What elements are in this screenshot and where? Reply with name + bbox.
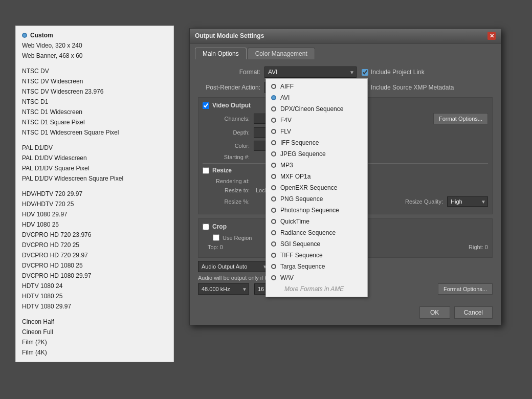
resize-checkbox[interactable]	[203, 167, 209, 174]
left-panel-item[interactable]: NTSC D1 Widescreen Square Pixel	[16, 127, 173, 138]
starting-label: Starting #:	[203, 154, 254, 160]
sample-rate-select[interactable]: 48.000 kHz	[198, 283, 249, 295]
left-panel-item[interactable]: NTSC D1 Widescreen	[16, 107, 173, 117]
left-panel-item[interactable]: HDTV 1080 24	[16, 281, 173, 291]
resize-to-label: Resize to:	[203, 187, 254, 193]
left-panel-item[interactable]: PAL D1/DV Widescreen	[16, 153, 173, 163]
top-value: Top: 0	[208, 244, 223, 250]
dropdown-item-label: TIFF Sequence	[280, 252, 323, 259]
format-select-display[interactable]: AVI	[264, 66, 357, 78]
dialog-footer: OK Cancel	[190, 302, 501, 325]
left-panel-item[interactable]: Film (2K)	[16, 337, 173, 347]
left-panel-item[interactable]: NTSC DV Widescreen	[16, 76, 173, 86]
ok-button[interactable]: OK	[419, 306, 450, 319]
dropdown-item-label: DPX/Cineon Sequence	[280, 105, 343, 113]
left-panel-item[interactable]: Web Video, 320 x 240	[16, 40, 173, 51]
left-panel-item[interactable]: PAL D1/DV	[16, 143, 173, 153]
left-panel-item[interactable]: HDTV 1080 29.97	[16, 301, 173, 312]
left-panel-item[interactable]: NTSC D1	[16, 97, 173, 107]
dropdown-radio-indicator	[271, 253, 276, 258]
crop-checkbox[interactable]	[203, 224, 209, 230]
dialog-titlebar: Output Module Settings ✕	[190, 29, 501, 43]
left-panel-item[interactable]: NTSC DV Widescreen 23.976	[16, 86, 173, 97]
audio-format-options-button[interactable]: Format Options...	[438, 283, 493, 295]
dropdown-item[interactable]: TIFF Sequence	[266, 250, 367, 261]
format-dropdown: AIFFAVIDPX/Cineon SequenceF4VFLVIFF Sequ…	[265, 78, 368, 297]
dropdown-item[interactable]: FLV	[266, 126, 367, 137]
post-render-label: Post-Render Action:	[198, 84, 264, 91]
dropdown-item[interactable]: JPEG Sequence	[266, 148, 367, 160]
close-button[interactable]: ✕	[487, 32, 496, 40]
dropdown-item-label: MP3	[280, 162, 293, 169]
format-label: Format:	[198, 69, 264, 76]
dropdown-item[interactable]: WAV	[266, 272, 367, 283]
dropdown-item[interactable]: QuickTime	[266, 216, 367, 227]
format-options-button[interactable]: Format Options...	[433, 113, 488, 124]
use-region-checkbox[interactable]	[213, 234, 219, 241]
dropdown-item[interactable]: AIFF	[266, 81, 367, 92]
left-panel-item[interactable]: HDV/HDTV 720 25	[16, 199, 173, 209]
left-panel-item[interactable]: Web Banner, 468 x 60	[16, 51, 173, 61]
audio-output-select[interactable]: Audio Output Auto	[198, 261, 270, 272]
left-panel-item[interactable]: Cineon Full	[16, 327, 173, 337]
resize-quality-select[interactable]: High	[447, 196, 488, 207]
left-panel-item[interactable]: NTSC DV	[16, 66, 173, 76]
left-panel-item[interactable]: PAL D1/DV Square Pixel	[16, 163, 173, 173]
tab-main-options[interactable]: Main Options	[195, 48, 247, 59]
dropdown-item[interactable]: Photoshop Sequence	[266, 205, 367, 216]
tab-bar: Main Options Color Management	[190, 43, 501, 59]
left-panel-item[interactable]: DVCPRO HD 720 25	[16, 240, 173, 250]
resize-quality-group: Resize Quality: High ▼	[405, 196, 488, 207]
left-panel-item[interactable]: DVCPRO HD 720 29.97	[16, 250, 173, 260]
dropdown-radio-indicator	[271, 174, 276, 179]
dropdown-item[interactable]: Radiance Sequence	[266, 227, 367, 238]
dropdown-item[interactable]: SGI Sequence	[266, 238, 367, 250]
custom-bullet	[22, 33, 27, 38]
left-panel-item[interactable]: DVCPRO HD 1080 25	[16, 260, 173, 271]
left-panel-item[interactable]: Cineon Half	[16, 317, 173, 327]
left-panel-item[interactable]: PAL D1/DV Widescreen Square Pixel	[16, 173, 173, 184]
dropdown-item-label: IFF Sequence	[280, 139, 319, 146]
dropdown-radio-indicator	[271, 95, 276, 100]
dropdown-item[interactable]: MP3	[266, 160, 367, 171]
dropdown-item[interactable]: Targa Sequence	[266, 261, 367, 272]
crop-title: Crop	[212, 223, 227, 230]
panel-separator	[16, 61, 173, 66]
dropdown-item-label: FLV	[280, 128, 291, 135]
left-panel-item[interactable]: DVCPRO HD 1080 29.97	[16, 271, 173, 281]
format-select-wrapper[interactable]: AVI ▼	[264, 66, 357, 78]
video-output-checkbox[interactable]	[203, 102, 209, 109]
dropdown-item[interactable]: MXF OP1a	[266, 171, 367, 182]
left-panel-item[interactable]: Custom	[16, 30, 173, 40]
dropdown-item[interactable]: IFF Sequence	[266, 137, 367, 148]
dropdown-item-label: Radiance Sequence	[280, 229, 336, 236]
include-project-link-checkbox[interactable]	[362, 69, 368, 76]
left-panel-item[interactable]: Film (4K)	[16, 347, 173, 358]
dropdown-item[interactable]: F4V	[266, 115, 367, 126]
left-panel-item[interactable]: HDV/HDTV 720 29.97	[16, 189, 173, 199]
left-panel-item[interactable]: NTSC D1 Square Pixel	[16, 117, 173, 127]
cancel-button[interactable]: Cancel	[454, 306, 493, 319]
dropdown-item-label: Photoshop Sequence	[280, 207, 339, 214]
left-panel-item[interactable]: HDV 1080 25	[16, 219, 173, 230]
dropdown-item[interactable]: DPX/Cineon Sequence	[266, 103, 367, 115]
tab-color-management[interactable]: Color Management	[248, 48, 315, 59]
custom-label: Custom	[30, 32, 53, 39]
dropdown-item-label: OpenEXR Sequence	[280, 184, 337, 191]
left-panel-item[interactable]: HDV 1080 29.97	[16, 209, 173, 219]
left-panel: CustomWeb Video, 320 x 240Web Banner, 46…	[15, 26, 174, 362]
dropdown-radio-indicator	[271, 84, 276, 89]
panel-separator	[16, 312, 173, 317]
left-panel-item[interactable]: HDTV 1080 25	[16, 291, 173, 301]
dropdown-item[interactable]: PNG Sequence	[266, 193, 367, 205]
dropdown-item-label: AIFF	[280, 83, 294, 90]
dropdown-radio-indicator	[271, 140, 276, 145]
color-label: Color:	[203, 143, 254, 149]
resize-title: Resize	[212, 167, 232, 174]
left-panel-item[interactable]: DVCPRO HD 720 23.976	[16, 230, 173, 240]
dropdown-item[interactable]: OpenEXR Sequence	[266, 182, 367, 193]
dropdown-item-label: PNG Sequence	[280, 195, 323, 203]
dropdown-item[interactable]: AVI	[266, 92, 367, 103]
use-region-label: Use Region	[223, 235, 252, 241]
right-value: Right: 0	[469, 244, 488, 250]
